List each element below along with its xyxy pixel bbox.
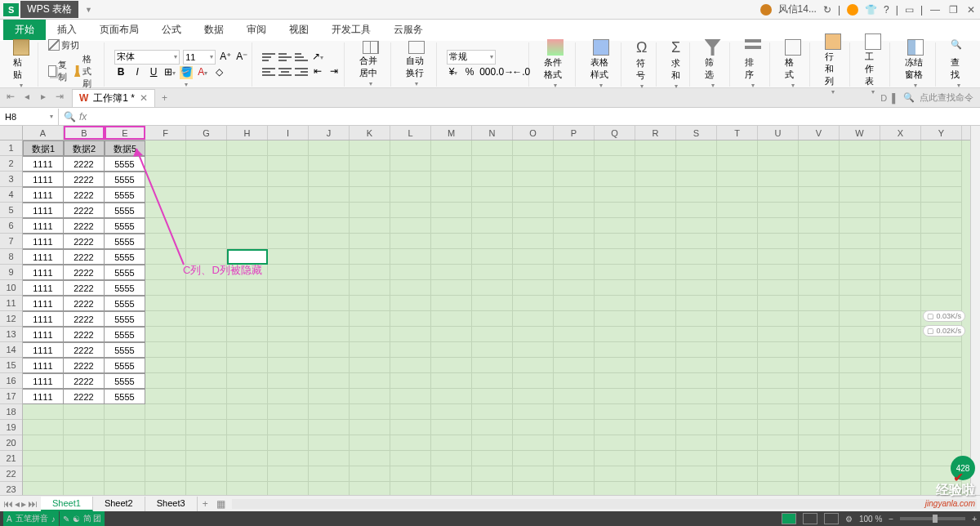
- cell[interactable]: [145, 249, 186, 265]
- cell[interactable]: [227, 265, 268, 280]
- cell[interactable]: [472, 435, 513, 451]
- cell[interactable]: [390, 327, 431, 342]
- cell[interactable]: [880, 435, 921, 451]
- cell[interactable]: [635, 451, 676, 466]
- cell[interactable]: [717, 156, 758, 172]
- name-box[interactable]: H8▾: [0, 109, 59, 125]
- comma-icon[interactable]: 000: [479, 66, 492, 79]
- cell[interactable]: [758, 234, 799, 249]
- cell[interactable]: [921, 203, 962, 218]
- cell[interactable]: [268, 404, 309, 420]
- cell[interactable]: [186, 358, 227, 373]
- cell[interactable]: [880, 404, 921, 420]
- cell[interactable]: [676, 296, 717, 311]
- cell[interactable]: [145, 140, 186, 156]
- cond-format-button[interactable]: 条件格式▾: [539, 38, 571, 91]
- cell[interactable]: [431, 404, 472, 420]
- cell[interactable]: [513, 156, 554, 172]
- col-header-I[interactable]: I: [268, 126, 309, 140]
- cell[interactable]: [921, 172, 962, 187]
- cell[interactable]: [921, 249, 962, 265]
- cell[interactable]: [840, 249, 880, 265]
- cell[interactable]: [921, 265, 962, 280]
- font-size-select[interactable]: 11▾: [183, 50, 216, 65]
- cell[interactable]: [676, 451, 717, 466]
- cell[interactable]: [595, 234, 635, 249]
- cell[interactable]: [921, 435, 962, 451]
- row-header-21[interactable]: 21: [0, 451, 22, 466]
- cell[interactable]: [880, 218, 921, 234]
- cell[interactable]: [186, 373, 227, 389]
- italic-button[interactable]: I: [131, 66, 144, 79]
- align-bottom-icon[interactable]: [295, 51, 308, 63]
- cell[interactable]: [840, 404, 880, 420]
- cell[interactable]: 5555: [105, 203, 145, 218]
- cell[interactable]: [472, 234, 513, 249]
- cell[interactable]: [635, 203, 676, 218]
- cell[interactable]: [840, 234, 880, 249]
- close-button[interactable]: ✕: [965, 4, 977, 16]
- cell[interactable]: 1111: [23, 373, 64, 389]
- cell[interactable]: [472, 140, 513, 156]
- cell[interactable]: [676, 389, 717, 404]
- cell[interactable]: [309, 296, 350, 311]
- cell[interactable]: [472, 218, 513, 234]
- sheet-tab-Sheet2[interactable]: Sheet2: [93, 497, 145, 511]
- cell[interactable]: [513, 373, 554, 389]
- float-pill[interactable]: ▢ 0.03K/s: [923, 310, 965, 322]
- cell[interactable]: [513, 358, 554, 373]
- cell[interactable]: [635, 389, 676, 404]
- col-header-K[interactable]: K: [350, 126, 390, 140]
- cell[interactable]: [758, 218, 799, 234]
- cell[interactable]: [513, 342, 554, 358]
- cell[interactable]: [472, 451, 513, 466]
- cell[interactable]: [390, 140, 431, 156]
- cell[interactable]: [840, 327, 880, 342]
- cell[interactable]: [758, 140, 799, 156]
- cell[interactable]: [472, 296, 513, 311]
- cell[interactable]: [676, 373, 717, 389]
- cell[interactable]: [472, 311, 513, 327]
- cell[interactable]: [554, 218, 595, 234]
- cell[interactable]: [309, 249, 350, 265]
- worksheet-button[interactable]: 工作表▾: [860, 32, 886, 97]
- cell[interactable]: [350, 420, 390, 435]
- align-right-icon[interactable]: [295, 66, 308, 78]
- cell[interactable]: [186, 249, 227, 265]
- cell[interactable]: 1111: [23, 172, 64, 187]
- row-header-5[interactable]: 5: [0, 203, 22, 218]
- col-header-M[interactable]: M: [431, 126, 472, 140]
- cell[interactable]: [309, 187, 350, 203]
- cell[interactable]: [145, 435, 186, 451]
- cell[interactable]: [472, 342, 513, 358]
- cell[interactable]: [799, 280, 840, 296]
- document-tab[interactable]: W 工作簿1 * ✕: [72, 89, 155, 107]
- col-header-F[interactable]: F: [145, 126, 186, 140]
- cell[interactable]: [145, 172, 186, 187]
- cell[interactable]: [513, 389, 554, 404]
- cell[interactable]: [186, 172, 227, 187]
- cell[interactable]: [390, 358, 431, 373]
- cell[interactable]: [513, 249, 554, 265]
- cell[interactable]: [554, 311, 595, 327]
- cell[interactable]: [309, 140, 350, 156]
- cell[interactable]: [595, 327, 635, 342]
- cell[interactable]: [268, 280, 309, 296]
- cell[interactable]: [390, 172, 431, 187]
- cell[interactable]: [717, 358, 758, 373]
- cell[interactable]: [880, 140, 921, 156]
- cell[interactable]: [350, 358, 390, 373]
- cell[interactable]: 5555: [105, 280, 145, 296]
- cell[interactable]: [268, 311, 309, 327]
- restore-button[interactable]: ❐: [947, 4, 959, 16]
- cell[interactable]: [390, 420, 431, 435]
- increase-decimal-icon[interactable]: .0→: [496, 66, 509, 79]
- cell[interactable]: [431, 156, 472, 172]
- col-header-O[interactable]: O: [513, 126, 554, 140]
- sheet-tab-Sheet3[interactable]: Sheet3: [145, 497, 198, 511]
- cell[interactable]: [309, 404, 350, 420]
- cell[interactable]: [309, 466, 350, 482]
- cell[interactable]: [554, 435, 595, 451]
- cell[interactable]: [268, 140, 309, 156]
- cell[interactable]: 5555: [105, 311, 145, 327]
